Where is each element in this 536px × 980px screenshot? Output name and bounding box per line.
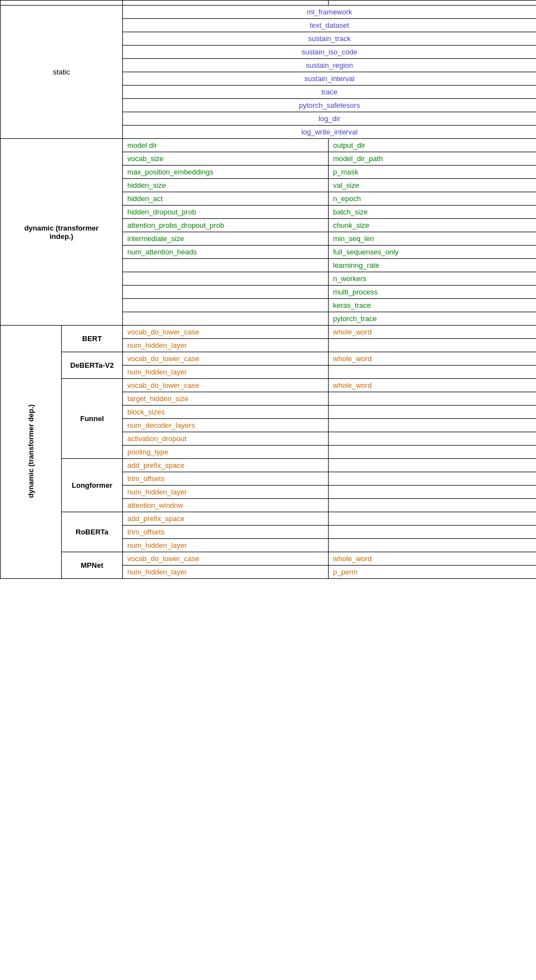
table-cell bbox=[123, 312, 329, 326]
table-row: DeBERTa-V2vocab_do_lower_casewhole_word bbox=[1, 352, 537, 366]
table-cell: vocab_do_lower_case bbox=[123, 552, 329, 566]
table-row: RoBERTaadd_prefix_space bbox=[1, 512, 537, 526]
table-row: MPNetvocab_do_lower_casewhole_word bbox=[1, 552, 537, 566]
table-row: staticml_framework bbox=[1, 6, 537, 19]
table-cell: block_sizes bbox=[123, 406, 329, 419]
table-cell bbox=[329, 499, 537, 512]
table-cell: n_epoch bbox=[329, 192, 537, 206]
table-cell: target_hidden_size bbox=[123, 392, 329, 406]
table-cell: add_prefix_space bbox=[123, 459, 329, 472]
table-cell: multi_process bbox=[329, 286, 537, 299]
table-cell bbox=[329, 366, 537, 379]
table-cell bbox=[329, 459, 537, 472]
table-cell: p_mask bbox=[329, 166, 537, 179]
table-cell bbox=[329, 339, 537, 352]
table-cell bbox=[329, 446, 537, 459]
static-row-value: log_dir bbox=[123, 112, 537, 126]
table-cell bbox=[329, 526, 537, 539]
static-row-value: pytorch_safetesors bbox=[123, 99, 537, 112]
table-cell: whole_word bbox=[329, 379, 537, 392]
subsection-label-deberta-v2: DeBERTa-V2 bbox=[62, 352, 123, 379]
table-cell: whole_word bbox=[329, 552, 537, 566]
static-row-value: trace bbox=[123, 86, 537, 99]
table-cell bbox=[123, 272, 329, 286]
subsection-label-longformer: Longformer bbox=[62, 459, 123, 512]
table-cell: vocab_do_lower_case bbox=[123, 379, 329, 392]
table-row: Funnelvocab_do_lower_casewhole_word bbox=[1, 379, 537, 392]
section-label-dynamic-indep: dynamic (transformerindep.) bbox=[1, 139, 123, 326]
subsection-label-bert: BERT bbox=[62, 326, 123, 352]
header-create bbox=[123, 1, 329, 6]
table-cell: hidden_act bbox=[123, 192, 329, 206]
subsection-label-mpnet: MPNet bbox=[62, 552, 123, 579]
table-cell: whole_word bbox=[329, 326, 537, 339]
static-row-value: sustain_iso_code bbox=[123, 46, 537, 59]
table-cell bbox=[329, 419, 537, 432]
section-label-static: static bbox=[1, 6, 123, 139]
table-cell bbox=[329, 392, 537, 406]
table-cell bbox=[329, 486, 537, 499]
table-cell: num_hidden_layer bbox=[123, 566, 329, 579]
table-cell: n_workers bbox=[329, 272, 537, 286]
static-row-value: ml_framework bbox=[123, 6, 537, 19]
table-cell: pooling_type bbox=[123, 446, 329, 459]
table-cell bbox=[329, 406, 537, 419]
static-row-value: sustain_track bbox=[123, 32, 537, 46]
table-cell: whole_word bbox=[329, 352, 537, 366]
table-cell bbox=[329, 432, 537, 446]
table-cell: num_decoder_layers bbox=[123, 419, 329, 432]
table-cell: hidden_dropout_prob bbox=[123, 206, 329, 219]
table-cell: model dir bbox=[123, 139, 329, 152]
section-label-dynamic-dep: dynamic (transformer dep.) bbox=[1, 326, 62, 579]
table-cell: batch_size bbox=[329, 206, 537, 219]
table-cell: keras_trace bbox=[329, 299, 537, 312]
header-train bbox=[329, 1, 537, 6]
table-cell: learninng_rate bbox=[329, 259, 537, 272]
table-cell: chunk_size bbox=[329, 219, 537, 232]
table-cell bbox=[329, 472, 537, 486]
table-cell: max_position_embeddings bbox=[123, 166, 329, 179]
table-cell: vocab_size bbox=[123, 152, 329, 166]
static-row-value: sustain_interval bbox=[123, 72, 537, 86]
table-cell: attention_probs_dropout_prob bbox=[123, 219, 329, 232]
subsection-label-roberta: RoBERTa bbox=[62, 512, 123, 552]
table-cell: full_sequenses_only bbox=[329, 246, 537, 259]
table-cell: intermediate_size bbox=[123, 232, 329, 246]
table-cell bbox=[123, 259, 329, 272]
table-row: dynamic (transformerindep.)model diroutp… bbox=[1, 139, 537, 152]
table-cell: trim_offsets bbox=[123, 472, 329, 486]
table-cell bbox=[329, 512, 537, 526]
static-row-value: text_dataset bbox=[123, 19, 537, 32]
table-cell: vocab_do_lower_case bbox=[123, 326, 329, 339]
table-row: dynamic (transformer dep.)BERTvocab_do_l… bbox=[1, 326, 537, 339]
table-cell: val_size bbox=[329, 179, 537, 192]
subsection-label-funnel: Funnel bbox=[62, 379, 123, 459]
table-cell: trim_offsets bbox=[123, 526, 329, 539]
table-cell: attention_window bbox=[123, 499, 329, 512]
table-cell: vocab_do_lower_case bbox=[123, 352, 329, 366]
table-cell bbox=[329, 539, 537, 552]
table-cell: min_seq_len bbox=[329, 232, 537, 246]
header-group1 bbox=[1, 1, 123, 6]
static-row-value: log_write_interval bbox=[123, 126, 537, 139]
table-cell: num_hidden_layer bbox=[123, 539, 329, 552]
table-cell: num_attention_heads bbox=[123, 246, 329, 259]
table-cell: model_dir_path bbox=[329, 152, 537, 166]
table-cell: add_prefix_space bbox=[123, 512, 329, 526]
table-cell: num_hidden_layer bbox=[123, 339, 329, 352]
static-row-value: sustain_region bbox=[123, 59, 537, 72]
table-cell: output_dir bbox=[329, 139, 537, 152]
table-cell: p_perm bbox=[329, 566, 537, 579]
table-cell: hidden_size bbox=[123, 179, 329, 192]
table-cell: num_hidden_layer bbox=[123, 486, 329, 499]
table-row: Longformeradd_prefix_space bbox=[1, 459, 537, 472]
table-cell bbox=[123, 286, 329, 299]
table-cell: pytorch_trace bbox=[329, 312, 537, 326]
table-cell bbox=[123, 299, 329, 312]
table-cell: activation_dropout bbox=[123, 432, 329, 446]
table-cell: num_hidden_layer bbox=[123, 366, 329, 379]
